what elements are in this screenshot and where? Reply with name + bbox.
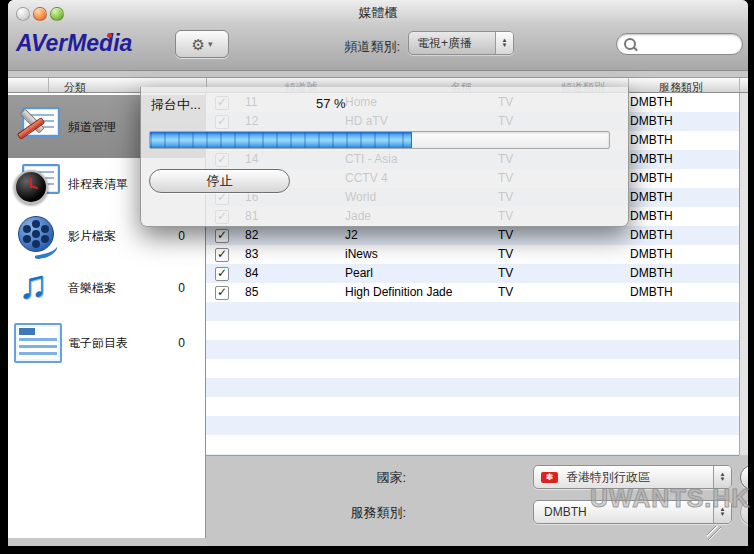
- scan-progress-bar: [149, 131, 610, 149]
- watermark: UWANTS.HK: [590, 484, 750, 513]
- cell-service: DMBTH: [630, 209, 673, 223]
- cell-service: DMBTH: [630, 285, 673, 299]
- scanning-label: 掃台中...: [151, 96, 201, 114]
- cell-service: DMBTH: [630, 133, 673, 147]
- row-checkbox[interactable]: ✓: [215, 286, 229, 300]
- cell-type: TV: [498, 228, 513, 242]
- stepper-arrows-icon[interactable]: ▲▼: [495, 32, 513, 54]
- cell-number: 85: [245, 285, 258, 299]
- cell-service: DMBTH: [630, 114, 673, 128]
- channel-management-icon: [14, 105, 62, 149]
- hong-kong-flag-icon: ✽: [541, 472, 558, 483]
- sidebar-item-label: 音樂檔案: [68, 280, 116, 297]
- scan-percent-value: 57 %: [316, 96, 346, 111]
- row-checkbox[interactable]: ✓: [215, 229, 229, 243]
- resize-grip[interactable]: [707, 526, 721, 540]
- channel-type-label: 頻道類別:: [344, 38, 400, 56]
- cell-service: DMBTH: [630, 247, 673, 261]
- row-checkbox[interactable]: ✓: [215, 267, 229, 281]
- cell-number: 82: [245, 228, 258, 242]
- cell-name: High Definition Jade: [345, 285, 452, 299]
- cell-type: TV: [498, 285, 513, 299]
- sidebar-item-count: 0: [178, 281, 185, 295]
- cell-name: iNews: [345, 247, 378, 261]
- search-input[interactable]: [616, 33, 743, 55]
- sidebar-item-count: 0: [178, 229, 185, 243]
- window-title: 媒體櫃: [8, 4, 748, 22]
- country-label: 國家:: [286, 469, 406, 487]
- video-files-icon: [14, 214, 62, 258]
- sidebar-item-label: 排程表清單: [68, 176, 128, 193]
- cell-name: Pearl: [345, 266, 373, 280]
- cell-name: J2: [345, 228, 358, 242]
- cell-number: 83: [245, 247, 258, 261]
- cell-type: TV: [498, 266, 513, 280]
- table-row[interactable]: ✓82J2TVDMBTH: [206, 226, 739, 245]
- sidebar-item-label: 影片檔案: [68, 228, 116, 245]
- scan-progress-dialog: 掃台中... 57 % 停止: [140, 87, 629, 227]
- gear-icon: ⚙: [192, 37, 205, 52]
- cell-type: TV: [498, 247, 513, 261]
- table-row[interactable]: ✓83iNewsTVDMBTH: [206, 245, 739, 264]
- cell-service: DMBTH: [630, 95, 673, 109]
- service-type-label: 服務類別:: [286, 504, 406, 522]
- table-row[interactable]: ✓84PearlTVDMBTH: [206, 264, 739, 283]
- cell-service: DMBTH: [630, 266, 673, 280]
- sidebar-item-label: 電子節目表: [68, 335, 128, 352]
- app-window: 媒體櫃 AVerMedia ⚙ ▾ 頻道類別: 電視+廣播 ▲▼ 分類 頻道號 …: [8, 0, 748, 546]
- avermedia-logo: AVerMedia: [16, 30, 132, 57]
- cell-service: DMBTH: [630, 171, 673, 185]
- row-checkbox[interactable]: ✓: [215, 248, 229, 262]
- sidebar-item-label: 頻道管理: [68, 118, 116, 135]
- logo-red-dot: [107, 33, 112, 38]
- schedule-list-icon: [14, 162, 62, 206]
- epg-icon: [14, 321, 62, 365]
- cell-number: 84: [245, 266, 258, 280]
- search-icon: [624, 38, 636, 50]
- sidebar-item-music-files[interactable]: ♫ 音樂檔案 0: [8, 262, 205, 314]
- table-scrollbar[interactable]: [739, 93, 748, 455]
- channel-type-value: 電視+廣播: [409, 35, 495, 52]
- music-files-icon: ♫: [14, 266, 62, 310]
- sidebar-item-count: 0: [178, 336, 185, 350]
- sidebar-item-epg[interactable]: 電子節目表 0: [8, 314, 205, 372]
- cell-service: DMBTH: [630, 228, 673, 242]
- table-row[interactable]: ✓85High Definition JadeTVDMBTH: [206, 283, 739, 302]
- country-value: 香港特別行政區: [558, 469, 713, 486]
- stop-button[interactable]: 停止: [149, 169, 290, 193]
- cell-service: DMBTH: [630, 190, 673, 204]
- channel-type-dropdown[interactable]: 電視+廣播 ▲▼: [408, 31, 514, 55]
- chevron-down-icon: ▾: [208, 39, 213, 49]
- title-bar[interactable]: 媒體櫃: [8, 0, 748, 22]
- cell-service: DMBTH: [630, 152, 673, 166]
- settings-gear-button[interactable]: ⚙ ▾: [175, 30, 229, 58]
- toolbar: AVerMedia ⚙ ▾ 頻道類別: 電視+廣播 ▲▼: [8, 22, 748, 71]
- progress-fill: [150, 132, 412, 148]
